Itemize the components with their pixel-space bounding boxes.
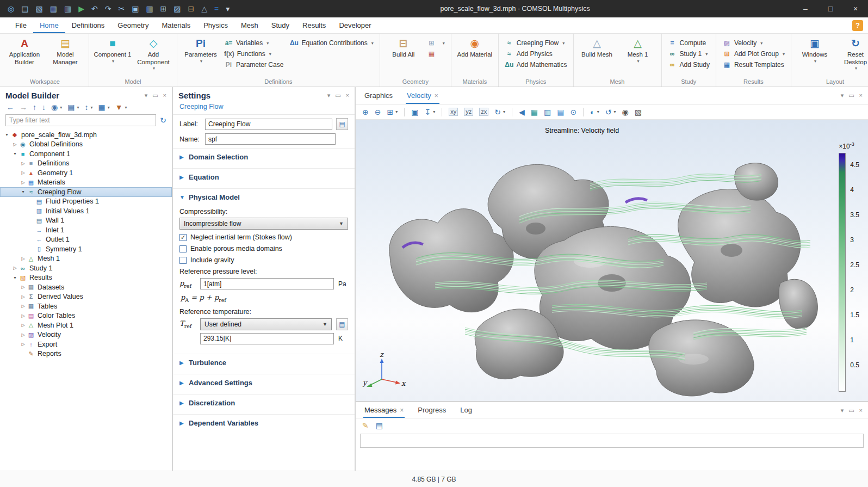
checkbox[interactable]: ✓ (179, 234, 187, 241)
refresh-icon[interactable]: ↻ (160, 116, 166, 125)
chevron-down-icon[interactable]: ▾ (841, 92, 844, 99)
view-yz-button[interactable]: yz (463, 107, 474, 116)
expand-icon[interactable]: ▷ (20, 323, 27, 328)
open-file-button[interactable]: ▧ (34, 4, 44, 14)
compressibility-select[interactable]: Incompressible flow ▼ (179, 218, 348, 230)
expand-icon[interactable]: ▷ (20, 161, 27, 166)
tree-item[interactable]: ▾■Component 1 (0, 149, 172, 159)
paste-button[interactable]: ▥ (145, 4, 154, 14)
compute-button[interactable]: = (213, 4, 220, 14)
tree-item[interactable]: ▯Symmetry 1 (0, 244, 172, 254)
message-log[interactable] (360, 434, 864, 448)
ribbon-button-component-1[interactable]: ■Component 1▾ (93, 35, 132, 65)
tree-item[interactable]: ▷▤Color Tables (0, 311, 172, 321)
filter-button[interactable]: ▼▾ (114, 102, 128, 112)
chevron-down-icon[interactable]: ▾ (145, 92, 148, 99)
float-panel-icon[interactable]: ▭ (848, 407, 854, 414)
build-mesh-button[interactable]: △ (200, 4, 208, 14)
close-panel-icon[interactable]: × (859, 407, 863, 414)
checkbox[interactable] (179, 245, 187, 252)
lock-axes-button[interactable]: ⊙ (569, 107, 578, 117)
value-list-icon[interactable]: ▤ (336, 318, 348, 330)
section-discretization[interactable]: ▶ Discretization (173, 394, 355, 411)
tree-item[interactable]: ▷◉Global Definitions (0, 140, 172, 150)
preferences-button[interactable]: ▥ (63, 4, 72, 14)
ribbon-button-creeping-flow[interactable]: ≈Creeping Flow▾ (503, 38, 569, 48)
menu-tab[interactable]: Home (33, 17, 65, 33)
label-input[interactable] (205, 119, 332, 130)
section-equation[interactable]: ▶ Equation (173, 168, 355, 185)
close-icon[interactable]: × (843, 0, 868, 17)
expand-icon[interactable]: ▷ (20, 285, 27, 289)
duplicate-button[interactable]: ⊞ (159, 4, 168, 14)
maximize-icon[interactable]: □ (818, 0, 843, 17)
ribbon-button-functions[interactable]: f(x)Functions▾ (222, 49, 286, 59)
checkbox[interactable] (179, 257, 187, 264)
float-panel-icon[interactable]: ▭ (848, 92, 854, 99)
ribbon-button-study-1[interactable]: ∞Study 1▾ (666, 49, 712, 59)
expand-icon[interactable]: ▷ (20, 342, 27, 347)
section-domain-selection[interactable]: ▶ Domain Selection (173, 148, 355, 165)
down-button[interactable]: ↓ (41, 102, 47, 112)
tree-item[interactable]: ▷≡Definitions (0, 159, 172, 169)
ribbon-button-add-plot-group[interactable]: ⊞Add Plot Group▾ (720, 49, 787, 59)
reference-pressure-input[interactable] (200, 278, 334, 289)
forward-button[interactable]: → (18, 102, 28, 112)
expand-icon[interactable]: ▷ (20, 294, 27, 299)
help-icon[interactable]: ? (852, 20, 863, 31)
model-tree-button[interactable]: ▤▾ (66, 102, 80, 112)
color-grid-button[interactable]: ▥ (543, 107, 552, 117)
menu-tab[interactable]: Materials (155, 17, 197, 33)
zoom-extents-button[interactable]: ▣ (410, 107, 419, 117)
tree-item[interactable]: ▷△Mesh 1 (0, 254, 172, 264)
tree-item[interactable]: ▷ΣDerived Values (0, 292, 172, 302)
go-to-view-button[interactable]: ↧▾ (423, 107, 436, 117)
undo-button[interactable]: ↶ (90, 4, 99, 14)
menu-tab[interactable]: File (9, 17, 33, 33)
reference-temperature-select[interactable]: User defined ▼ (200, 318, 332, 330)
rename-icon[interactable]: ▤ (336, 118, 348, 130)
tree-item[interactable]: →Inlet 1 (0, 225, 172, 235)
menu-tab[interactable]: Definitions (65, 17, 111, 33)
ribbon-button-parameters[interactable]: PiParameters▾ (181, 35, 220, 65)
graphics-tab[interactable]: Velocity × (406, 87, 439, 104)
ribbon-button-build-mesh[interactable]: △Build Mesh (578, 35, 617, 60)
cut-button[interactable]: ✂ (117, 4, 126, 14)
streamline-plot-scene[interactable] (356, 120, 868, 401)
ribbon-button-model-manager[interactable]: ▤Model Manager (46, 35, 85, 67)
close-panel-icon[interactable]: × (859, 92, 863, 99)
close-tab-icon[interactable]: × (400, 406, 404, 414)
ribbon-button-add-mathematics[interactable]: ΔuAdd Mathematics (503, 60, 569, 70)
sort-button[interactable]: ↕▾ (83, 102, 94, 112)
save-button[interactable]: ▦ (49, 4, 58, 14)
collapse-icon[interactable]: ▾ (11, 275, 18, 280)
filter-input[interactable] (5, 114, 156, 126)
menu-tab[interactable]: Geometry (111, 17, 155, 33)
tree-item[interactable]: ▾◆pore_scale_flow_3d.mph (0, 130, 172, 140)
environment-button[interactable]: ◐▾ (589, 107, 600, 117)
section-physical-model[interactable]: ▼ Physical Model (173, 188, 355, 205)
build-all-button[interactable]: ⊟ (187, 4, 196, 14)
comsol-logo-button[interactable]: ◎ (7, 4, 15, 14)
tree-item[interactable]: ▾≈Creeping Flow (0, 187, 172, 197)
print-button[interactable]: ▧ (634, 107, 643, 117)
new-file-button[interactable]: ▤ (20, 4, 29, 14)
ribbon-button-application-builder[interactable]: AApplication Builder (5, 35, 44, 67)
expand-icon[interactable]: ▷ (20, 170, 27, 175)
float-panel-icon[interactable]: ▭ (335, 92, 340, 99)
section-advanced-settings[interactable]: ▶ Advanced Settings (173, 374, 355, 391)
ribbon-button-windows[interactable]: ▣Windows▾ (795, 35, 834, 65)
ribbon-button-reset-desktop[interactable]: ↻Reset Desktop▾ (836, 35, 868, 72)
up-button[interactable]: ↑ (32, 102, 38, 112)
clear-messages-button[interactable]: ✎ (361, 421, 370, 430)
run-button[interactable]: ▶ (77, 4, 85, 14)
ribbon-button-result-templates[interactable]: ▦Result Templates (720, 60, 787, 70)
ribbon-button-compute[interactable]: =Compute (666, 38, 712, 48)
copy-table-button[interactable]: ▤ (375, 421, 384, 430)
tree-item[interactable]: ✎Reports (0, 349, 172, 359)
menu-tab[interactable]: Study (265, 17, 296, 33)
tree-item[interactable]: ▥Initial Values 1 (0, 206, 172, 216)
tree-item[interactable]: ▷▦Datasets (0, 282, 172, 292)
close-panel-icon[interactable]: × (163, 92, 166, 99)
ribbon-button-measure[interactable]: ▦ (425, 49, 447, 59)
